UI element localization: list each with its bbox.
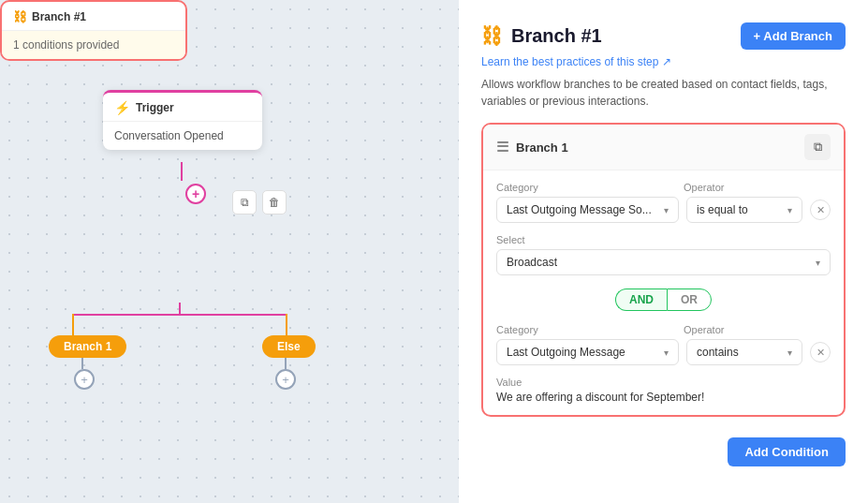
branch-node-body: 1 conditions provided: [2, 31, 185, 59]
condition2-row: Last Outgoing Message ▾ contains ▾ ✕: [496, 339, 831, 365]
remove-condition1-button[interactable]: ✕: [810, 200, 831, 220]
workflow-canvas: ⚡ Trigger Conversation Opened + ⧉ 🗑 ⛓ Br…: [0, 0, 459, 503]
remove-condition2-button[interactable]: ✕: [810, 342, 831, 362]
broadcast-select[interactable]: Broadcast ▾: [496, 249, 831, 275]
else-pill[interactable]: Else: [262, 335, 316, 358]
branch-node-label: Branch #1: [32, 10, 86, 23]
condition1-row: Last Outgoing Message So... ▾ is equal t…: [496, 197, 831, 223]
branch-node[interactable]: ⛓ Branch #1 1 conditions provided: [0, 0, 187, 61]
value-label: Value: [496, 377, 831, 388]
list-icon: ☰: [496, 139, 508, 155]
copy-branch-button[interactable]: ⧉: [804, 134, 831, 160]
branch-card-label: Branch 1: [516, 141, 568, 155]
branch-condition-card: ☰ Branch 1 ⧉ Category Operator Last Outg…: [481, 123, 846, 417]
operator-select-2[interactable]: contains ▾: [686, 339, 802, 365]
delete-node-button[interactable]: 🗑: [262, 190, 287, 215]
learn-link-text: Learn the best practices of this step: [481, 55, 658, 68]
value-text: We are offering a discount for September…: [496, 391, 831, 404]
branch-card-title: ☰ Branch 1: [496, 139, 568, 155]
step-description: Allows workflow branches to be created b…: [481, 76, 846, 110]
operator-label-1: Operator: [684, 182, 831, 193]
category-value-1: Last Outgoing Message So...: [507, 203, 652, 216]
detail-title: ⛓ Branch #1: [481, 24, 602, 49]
trigger-header: ⚡ Trigger: [103, 93, 262, 122]
cond1-labels: Category Operator: [496, 182, 831, 193]
select-value: Broadcast: [507, 256, 557, 269]
trigger-event: Conversation Opened: [103, 122, 262, 150]
copy-node-button[interactable]: ⧉: [232, 190, 257, 215]
trigger-node[interactable]: ⚡ Trigger Conversation Opened: [103, 90, 262, 150]
dashed-right: [285, 358, 287, 369]
branch1-pill[interactable]: Branch 1: [49, 335, 126, 358]
trigger-label: Trigger: [136, 101, 174, 114]
select-label: Select: [496, 234, 831, 245]
chevron-down-icon-op2: ▾: [787, 348, 792, 358]
node-actions: ⧉ 🗑: [232, 190, 287, 215]
page-title: Branch #1: [511, 25, 602, 47]
chevron-down-icon-op1: ▾: [787, 205, 792, 215]
logic-toggle: AND OR: [496, 288, 831, 311]
add-branch1-button[interactable]: +: [74, 369, 95, 390]
branch-node-header: ⛓ Branch #1: [2, 2, 185, 31]
detail-panel: ⛓ Branch #1 + Add Branch Learn the best …: [459, 0, 868, 503]
branch-card-header: ☰ Branch 1 ⧉: [483, 125, 844, 170]
detail-title-row: ⛓ Branch #1 + Add Branch: [481, 22, 846, 50]
add-else-button[interactable]: +: [275, 369, 296, 390]
chevron-down-icon-cat1: ▾: [664, 205, 669, 215]
branch-node-icon: ⛓: [13, 9, 26, 24]
dashed-left: [81, 358, 83, 369]
connector-v1: [181, 162, 183, 181]
branch-icon: ⛓: [481, 24, 502, 49]
operator-label-2: Operator: [684, 324, 831, 335]
operator-value-1: is equal to: [697, 203, 748, 216]
and-button[interactable]: AND: [615, 288, 667, 311]
branch-card-body: Category Operator Last Outgoing Message …: [483, 170, 844, 415]
trigger-icon: ⚡: [114, 100, 130, 115]
cond2-labels: Category Operator: [496, 324, 831, 335]
connector-v2: [179, 303, 181, 314]
operator-value-2: contains: [697, 346, 739, 359]
chevron-down-icon-cat2: ▾: [664, 348, 669, 358]
add-condition-button[interactable]: Add Condition: [728, 437, 846, 466]
external-link-icon: ↗: [662, 55, 671, 68]
or-button[interactable]: OR: [667, 288, 712, 311]
add-step-button[interactable]: +: [185, 184, 206, 204]
learn-link[interactable]: Learn the best practices of this step ↗: [481, 55, 846, 68]
category-select-2[interactable]: Last Outgoing Message ▾: [496, 339, 679, 365]
category-value-2: Last Outgoing Message: [507, 346, 625, 359]
chevron-down-icon-select: ▾: [816, 258, 820, 268]
category-label-1: Category: [496, 182, 684, 193]
add-condition-row: Add Condition: [481, 437, 846, 466]
add-branch-button[interactable]: + Add Branch: [741, 22, 846, 50]
category-select-1[interactable]: Last Outgoing Message So... ▾: [496, 197, 679, 223]
operator-select-1[interactable]: is equal to ▾: [686, 197, 802, 223]
connector-h: [72, 314, 287, 316]
category-label-2: Category: [496, 324, 684, 335]
